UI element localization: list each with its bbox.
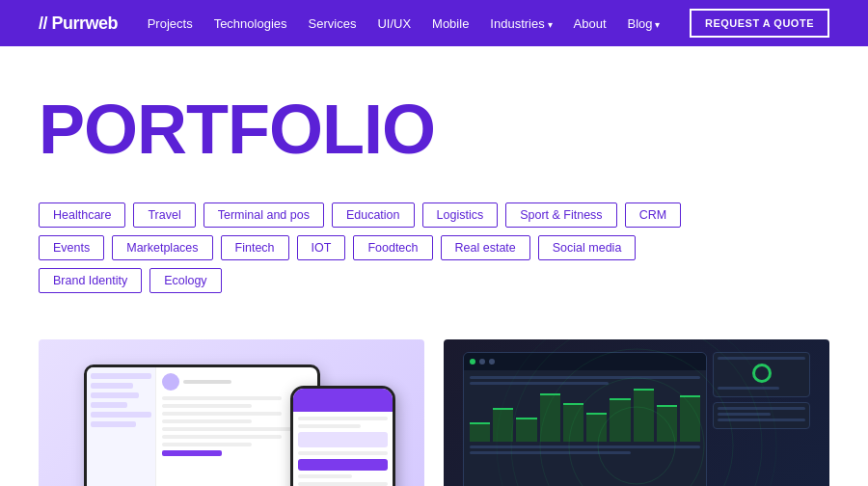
card-shockers-image: [444, 339, 829, 486]
filter-iot[interactable]: IOT: [297, 235, 346, 260]
filter-marketplaces[interactable]: Marketplaces: [112, 235, 212, 260]
svg-point-1: [569, 378, 704, 486]
nav-link-industries[interactable]: Industries: [490, 16, 552, 31]
page-title: PORTFOLIO: [39, 94, 829, 164]
svg-point-4: [497, 339, 776, 486]
mock-ui-healthcare: [68, 356, 395, 487]
filter-section: Healthcare Travel Terminal and pos Educa…: [0, 193, 868, 320]
filter-crm[interactable]: CRM: [625, 202, 681, 228]
filter-sport[interactable]: Sport & Fitness: [505, 202, 616, 228]
svg-point-2: [540, 349, 733, 486]
hero-section: PORTFOLIO: [0, 46, 868, 193]
card-healthcare[interactable]: Healthcare My Therapy Assistant: [39, 339, 424, 486]
nav-link-services[interactable]: Services: [309, 16, 357, 31]
filter-logistics[interactable]: Logistics: [422, 202, 499, 228]
nav-link-about[interactable]: About: [574, 16, 607, 31]
nav-link-blog[interactable]: Blog: [628, 16, 661, 31]
filter-terminal[interactable]: Terminal and pos: [203, 202, 324, 228]
navbar: // Purrweb Projects Technologies Service…: [0, 0, 868, 46]
filter-events[interactable]: Events: [39, 235, 104, 260]
mock-phone: [290, 386, 395, 486]
nav-link-uiux[interactable]: UI/UX: [377, 16, 411, 31]
nav-link-mobile[interactable]: Mobile: [432, 16, 469, 31]
mock-tablet: [84, 364, 320, 486]
nav-link-technologies[interactable]: Technologies: [214, 16, 287, 31]
filter-travel[interactable]: Travel: [133, 202, 195, 228]
filter-row-3: Brand Identity Ecology: [39, 268, 829, 293]
filter-row-2: Events Marketplaces Fintech IOT Foodtech…: [39, 235, 829, 260]
filter-fintech[interactable]: Fintech: [221, 235, 289, 260]
portfolio-cards: Healthcare My Therapy Assistant: [0, 320, 868, 486]
filter-socialmedia[interactable]: Social media: [538, 235, 637, 260]
svg-point-3: [511, 339, 762, 486]
svg-point-0: [598, 407, 675, 484]
filter-foodtech[interactable]: Foodtech: [353, 235, 432, 260]
nav-logo[interactable]: // Purrweb: [39, 14, 118, 34]
filter-realestate[interactable]: Real estate: [441, 235, 530, 260]
nav-link-projects[interactable]: Projects: [148, 16, 193, 31]
card-healthcare-image: [39, 339, 424, 486]
filter-row-1: Healthcare Travel Terminal and pos Educa…: [39, 202, 829, 228]
filter-education[interactable]: Education: [332, 202, 415, 228]
request-quote-button[interactable]: REQUEST A QUOTE: [690, 9, 829, 38]
nav-links: Projects Technologies Services UI/UX Mob…: [148, 14, 661, 32]
filter-healthcare[interactable]: Healthcare: [39, 202, 125, 228]
card-shockers[interactable]: Taser control app Shockers: [444, 339, 829, 486]
filter-ecology[interactable]: Ecology: [149, 268, 221, 293]
filter-brandidentity[interactable]: Brand Identity: [39, 268, 142, 293]
radar-background: [492, 339, 781, 486]
